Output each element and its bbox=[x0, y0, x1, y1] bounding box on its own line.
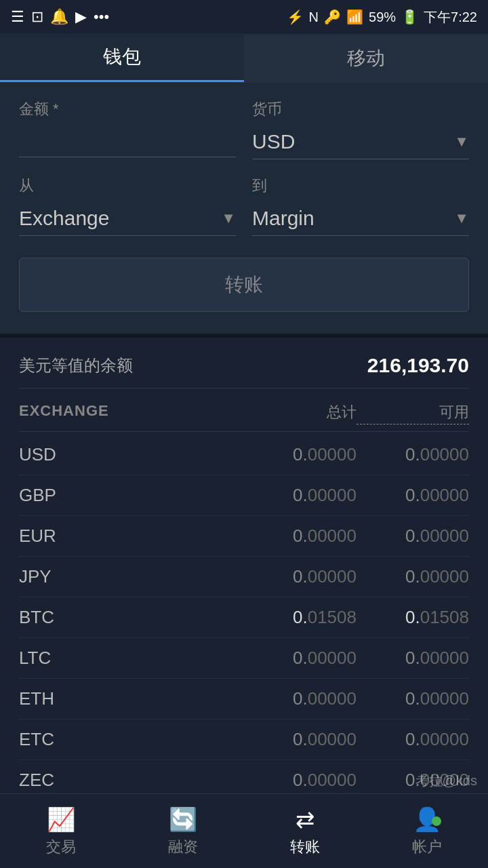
currency-name: ETH bbox=[19, 688, 244, 709]
to-value: Margin bbox=[252, 207, 314, 230]
tab-wallet-label: 钱包 bbox=[103, 44, 141, 70]
currency-name: LTC bbox=[19, 648, 244, 669]
transfer-button[interactable]: 转账 bbox=[19, 258, 469, 312]
nav-finance-label: 融资 bbox=[168, 837, 198, 857]
play-icon: ▶ bbox=[75, 8, 87, 26]
app-icon: ⊡ bbox=[31, 8, 43, 26]
table-header: EXCHANGE 总计 可用 bbox=[19, 402, 469, 432]
balance-row: 美元等值的余额 216,193.70 bbox=[19, 354, 469, 389]
amount-label: 金额 * bbox=[19, 99, 236, 119]
currency-total: 0.01508 bbox=[244, 607, 357, 628]
available-col-label: 可用 bbox=[357, 402, 469, 425]
to-arrow-icon: ▼ bbox=[454, 210, 469, 227]
table-row: BTC0.015080.01508 bbox=[19, 597, 469, 638]
currency-available: 0.00000 bbox=[357, 485, 469, 506]
bluetooth-icon: ⚡ bbox=[287, 9, 304, 25]
nav-item-finance[interactable]: 🔄 融资 bbox=[122, 806, 244, 857]
currency-available: 0.00000 bbox=[357, 688, 469, 709]
currency-name: JPY bbox=[19, 566, 244, 587]
currency-label: 货币 bbox=[252, 99, 469, 119]
finance-icon: 🔄 bbox=[169, 806, 197, 833]
currency-name: ZEC bbox=[19, 770, 244, 791]
battery-text: 59% bbox=[369, 9, 396, 25]
account-dot bbox=[432, 816, 441, 826]
table-row: ETH0.000000.00000 bbox=[19, 679, 469, 719]
from-label: 从 bbox=[19, 176, 236, 196]
currency-available: 0.00000 bbox=[357, 444, 469, 465]
currency-total: 0.00000 bbox=[244, 526, 357, 547]
menu-icon: ☰ bbox=[11, 8, 24, 26]
signal-icon: 📶 bbox=[346, 9, 363, 25]
to-select[interactable]: Margin ▼ bbox=[252, 201, 469, 236]
currency-total: 0.00000 bbox=[244, 485, 357, 506]
trade-icon: 📈 bbox=[47, 806, 75, 833]
table-row: JPY0.000000.00000 bbox=[19, 557, 469, 597]
transfer-button-label: 转账 bbox=[225, 274, 263, 295]
bottom-nav: 📈 交易 🔄 融资 ⇄ 转账 👤 帐户 bbox=[0, 793, 488, 868]
from-value: Exchange bbox=[19, 207, 109, 230]
from-arrow-icon: ▼ bbox=[221, 210, 236, 227]
more-icon: ••• bbox=[94, 8, 109, 26]
exchange-section-label: EXCHANGE bbox=[19, 402, 244, 425]
status-bar: ☰ ⊡ 🔔 ▶ ••• ⚡ N 🔑 📶 59% 🔋 下午7:22 bbox=[0, 0, 488, 34]
table-row: ETC0.000000.00000 bbox=[19, 719, 469, 760]
currency-arrow-icon: ▼ bbox=[454, 133, 469, 151]
total-col-label: 总计 bbox=[244, 402, 357, 425]
currency-total: 0.00000 bbox=[244, 648, 357, 669]
nav-item-transfer[interactable]: ⇄ 转账 bbox=[244, 806, 366, 857]
currency-available: 0.00000 bbox=[357, 566, 469, 587]
tab-bar: 钱包 移动 bbox=[0, 34, 488, 83]
notification-icon: 🔔 bbox=[50, 8, 68, 26]
battery-icon: 🔋 bbox=[401, 9, 418, 25]
amount-group: 金额 * bbox=[19, 99, 236, 159]
transfer-icon: ⇄ bbox=[296, 806, 314, 833]
status-left: ☰ ⊡ 🔔 ▶ ••• bbox=[11, 8, 109, 26]
nav-account-label: 帐户 bbox=[412, 837, 442, 857]
form-row-top: 金额 * 货币 USD ▼ bbox=[19, 99, 469, 159]
watermark: 考拉@kds bbox=[415, 772, 477, 790]
to-group: 到 Margin ▼ bbox=[252, 176, 469, 236]
time: 下午7:22 bbox=[424, 8, 477, 26]
balance-value: 216,193.70 bbox=[367, 354, 469, 377]
form-section: 金额 * 货币 USD ▼ 从 Exchange ▼ 到 Margin ▼ bbox=[0, 83, 488, 334]
currency-total: 0.00000 bbox=[244, 688, 357, 709]
nav-item-account[interactable]: 👤 帐户 bbox=[366, 806, 488, 857]
currency-total: 0.00000 bbox=[244, 566, 357, 587]
nav-transfer-label: 转账 bbox=[290, 837, 320, 857]
from-select[interactable]: Exchange ▼ bbox=[19, 201, 236, 236]
table-row: GBP0.000000.00000 bbox=[19, 475, 469, 516]
currency-name: ETC bbox=[19, 729, 244, 750]
nav-trade-label: 交易 bbox=[46, 837, 76, 857]
currency-name: GBP bbox=[19, 485, 244, 506]
form-row-from-to: 从 Exchange ▼ 到 Margin ▼ bbox=[19, 176, 469, 236]
table-row: USD0.000000.00000 bbox=[19, 435, 469, 475]
currency-available: 0.01508 bbox=[357, 607, 469, 628]
amount-input[interactable] bbox=[19, 125, 236, 157]
currency-available: 0.00000 bbox=[357, 526, 469, 547]
from-group: 从 Exchange ▼ bbox=[19, 176, 236, 236]
key-icon: 🔑 bbox=[324, 9, 341, 25]
currency-available: 0.00000 bbox=[357, 729, 469, 750]
table-row: EUR0.000000.00000 bbox=[19, 516, 469, 557]
status-right: ⚡ N 🔑 📶 59% 🔋 下午7:22 bbox=[287, 8, 477, 26]
currency-name: BTC bbox=[19, 607, 244, 628]
currency-total: 0.00000 bbox=[244, 729, 357, 750]
currency-available: 0.00000 bbox=[357, 648, 469, 669]
to-label: 到 bbox=[252, 176, 469, 196]
currency-name: USD bbox=[19, 444, 244, 465]
table-row: LTC0.000000.00000 bbox=[19, 638, 469, 679]
tab-wallet[interactable]: 钱包 bbox=[0, 34, 244, 82]
currency-name: EUR bbox=[19, 526, 244, 547]
currency-group: 货币 USD ▼ bbox=[252, 99, 469, 159]
nav-item-trade[interactable]: 📈 交易 bbox=[0, 806, 122, 857]
nfc-icon: N bbox=[309, 9, 319, 25]
currency-value: USD bbox=[252, 130, 295, 153]
balance-label: 美元等值的余额 bbox=[19, 355, 133, 376]
currency-select[interactable]: USD ▼ bbox=[252, 125, 469, 159]
tab-move[interactable]: 移动 bbox=[244, 34, 488, 82]
currency-total: 0.00000 bbox=[244, 770, 357, 791]
currency-total: 0.00000 bbox=[244, 444, 357, 465]
tab-move-label: 移动 bbox=[347, 45, 385, 71]
